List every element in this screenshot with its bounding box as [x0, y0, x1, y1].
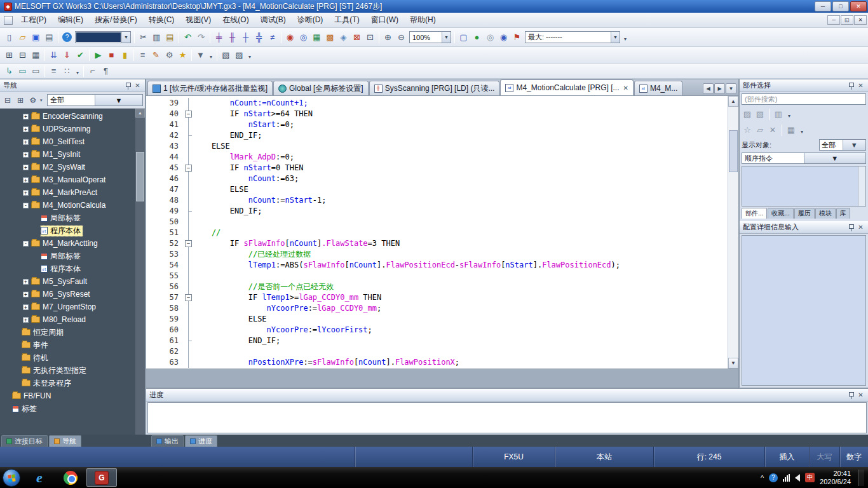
- code-line[interactable]: 59ELSE: [146, 314, 728, 325]
- docking-layout-button[interactable]: ▧: [219, 48, 233, 62]
- pin-icon[interactable]: [847, 391, 855, 399]
- toolbar-overflow-button[interactable]: ▾: [74, 64, 81, 78]
- code-line[interactable]: 41nStart:=0;: [146, 119, 728, 130]
- tree-item[interactable]: 未登录程序: [0, 377, 145, 390]
- redo-button[interactable]: ↷: [194, 30, 208, 44]
- collapse-all-button[interactable]: ⊟: [2, 95, 13, 106]
- element-tab-1[interactable]: 收藏...: [768, 208, 793, 219]
- stop-button[interactable]: ■: [105, 48, 118, 62]
- tree-item[interactable]: 待机: [0, 351, 145, 364]
- device-force-off-button[interactable]: ◎: [297, 30, 310, 44]
- fold-minus-icon[interactable]: −: [185, 240, 192, 247]
- monitor-write-button[interactable]: ◉: [497, 30, 510, 44]
- tree-item[interactable]: +M7_UrgentStop: [0, 301, 145, 313]
- expand-plus-icon[interactable]: +: [23, 152, 29, 158]
- code-line[interactable]: 57−IF lTemp1>=lGap_CCDY0_mm THEN: [146, 292, 728, 303]
- code-line[interactable]: 39nCount:=nCount+1;: [146, 98, 728, 109]
- pause-button[interactable]: ▮: [118, 48, 132, 62]
- expand-all-button[interactable]: ⊞: [15, 95, 26, 106]
- ime-icon[interactable]: 中: [805, 473, 815, 482]
- code-line[interactable]: 62: [146, 346, 728, 357]
- tree-item[interactable]: +M5_SysFault: [0, 275, 145, 288]
- tree-item[interactable]: +EncoderScanning: [0, 110, 145, 123]
- window-cascade-button[interactable]: ▢: [457, 30, 470, 44]
- dock-bottom-tab-1[interactable]: 进度: [185, 435, 217, 447]
- code-line[interactable]: 44lMark_AdpD:=0;: [146, 152, 728, 163]
- edit-mode-button[interactable]: ✎: [149, 48, 163, 62]
- fold-minus-icon[interactable]: −: [185, 165, 192, 172]
- start-button[interactable]: [3, 469, 20, 487]
- tree-item[interactable]: 事件: [0, 339, 145, 351]
- tree-scrollbar[interactable]: ▲: [135, 109, 145, 435]
- expand-plus-icon[interactable]: +: [23, 165, 29, 170]
- code-line[interactable]: 52−IF sFlawInfo[nCount].FlawState=3 THEN: [146, 238, 728, 249]
- tree-item[interactable]: 无执行类型指定: [0, 364, 145, 377]
- favorites-button[interactable]: ★: [176, 48, 189, 62]
- chevron-down-icon[interactable]: ▼: [611, 32, 620, 43]
- menu-item-2[interactable]: 搜索/替换(F): [89, 13, 143, 27]
- filter-button[interactable]: ▼: [194, 48, 207, 62]
- element-tab-2[interactable]: 履历: [794, 208, 815, 219]
- statement-insert-button[interactable]: ↳: [3, 64, 16, 78]
- result-window-button[interactable]: ▥: [773, 109, 784, 120]
- settings-button[interactable]: ⚙: [27, 95, 39, 106]
- document-tab-0[interactable]: 1 [软元件/缓冲存储器批量监视]: [147, 81, 273, 95]
- dock-left-tab-1[interactable]: 导航: [49, 435, 81, 447]
- menu-item-4[interactable]: 视图(V): [180, 13, 217, 27]
- code-line[interactable]: 48nCount:=nStart-1;: [146, 195, 728, 206]
- config-detail-area[interactable]: [742, 235, 866, 386]
- find-instructions-button[interactable]: ▧: [754, 109, 766, 120]
- combo-watch[interactable]: ▼: [75, 31, 131, 43]
- code-area[interactable]: 39nCount:=nCount+1;40−IF nStart>=64 THEN…: [146, 96, 728, 369]
- tree-item[interactable]: +M1_SysInit: [0, 148, 145, 161]
- ladder-delete-button[interactable]: ≠: [266, 30, 279, 44]
- code-line[interactable]: 54lTemp1:=ABS(sFlawInfo[nCount].FlawPosi…: [146, 260, 728, 271]
- toolbar-overflow-button[interactable]: ▾: [621, 30, 629, 44]
- editor-scrollbar[interactable]: ▲ ▼: [728, 96, 738, 369]
- pin-icon[interactable]: [124, 81, 132, 90]
- navigation-window-button[interactable]: ⊞: [3, 48, 16, 62]
- block-collapse-button[interactable]: ▭: [29, 64, 43, 78]
- menu-item-5[interactable]: 在线(O): [217, 13, 254, 27]
- expand-plus-icon[interactable]: +: [23, 114, 29, 119]
- device-test-button[interactable]: ▦: [310, 30, 323, 44]
- tree-item[interactable]: +M2_SysWait: [0, 161, 145, 173]
- tree-item[interactable]: 标签: [0, 402, 145, 415]
- close-icon[interactable]: ✕: [857, 391, 865, 399]
- monitor-stop-button[interactable]: ◎: [484, 30, 497, 44]
- open-folder-button[interactable]: ▱: [754, 125, 766, 136]
- check-program-button[interactable]: ✔: [74, 48, 87, 62]
- mdi-child-icon[interactable]: [4, 16, 13, 25]
- open-button[interactable]: ▱: [16, 30, 29, 44]
- taskbar-chrome-button[interactable]: [55, 468, 86, 487]
- expand-plus-icon[interactable]: +: [23, 126, 29, 132]
- run-button[interactable]: ▶: [92, 48, 105, 62]
- scroll-left-button[interactable]: ◀: [703, 83, 714, 94]
- comment-display-button[interactable]: ⌐: [86, 64, 99, 78]
- toolbar-overflow-button[interactable]: ▾: [246, 48, 254, 62]
- code-line[interactable]: 50: [146, 217, 728, 227]
- menu-item-6[interactable]: 调试(B): [255, 13, 292, 27]
- tab-list-button[interactable]: ▼: [726, 83, 736, 94]
- parts-search-input[interactable]: (部件搜索): [742, 93, 866, 105]
- convert-all-button[interactable]: ⇓: [60, 48, 74, 62]
- tree-item[interactable]: +M0_SelfTest: [0, 135, 145, 148]
- code-line[interactable]: 58nYcoorPre:=lGap_CCDY0_mm;: [146, 303, 728, 314]
- scrollbar-thumb[interactable]: [136, 152, 144, 201]
- scroll-down-icon[interactable]: ▼: [728, 358, 738, 369]
- collapse-minus-icon[interactable]: -: [23, 203, 29, 208]
- tree-item[interactable]: +M80_Reload: [0, 313, 145, 326]
- code-line[interactable]: 47ELSE: [146, 184, 728, 195]
- taskbar-clock[interactable]: 20:41 2020/6/24: [820, 470, 853, 486]
- device-clear-button[interactable]: ⊠: [350, 30, 363, 44]
- maximize-button[interactable]: □: [832, 1, 849, 11]
- code-line[interactable]: 42END_IF;: [146, 130, 728, 141]
- code-line[interactable]: 43ELSE: [146, 141, 728, 152]
- grid-view-button[interactable]: ▦: [29, 48, 43, 62]
- expand-plus-icon[interactable]: +: [23, 279, 29, 285]
- undo-button[interactable]: ↶: [181, 30, 194, 44]
- marker-button[interactable]: ⚑: [510, 30, 524, 44]
- pin-icon[interactable]: [847, 223, 855, 231]
- navigation-filter-combo[interactable]: 全部 ▼: [47, 94, 143, 106]
- scroll-up-icon[interactable]: ▲: [135, 109, 145, 118]
